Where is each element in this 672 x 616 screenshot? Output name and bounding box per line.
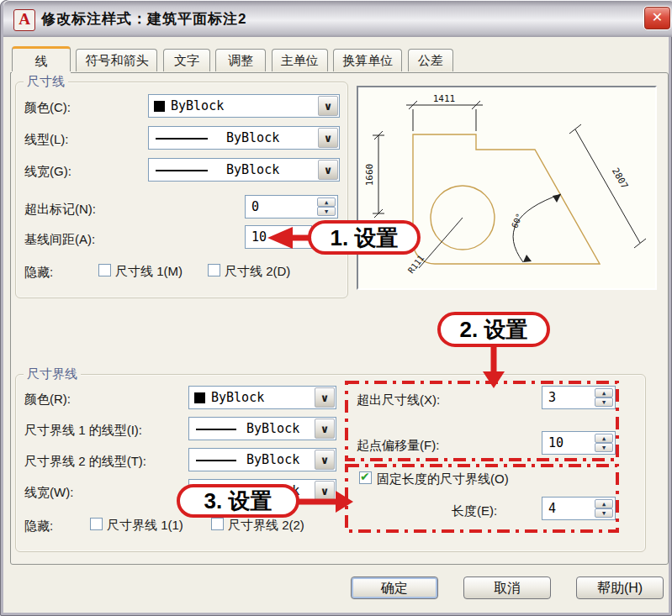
dropdown-arrow-icon[interactable]: ∨: [318, 128, 338, 148]
tab-strip: 线 符号和箭头 文字 调整 主单位 换算单位 公差: [12, 49, 455, 73]
group-title: 尺寸线: [24, 74, 68, 90]
autocad-logo-icon: A: [13, 9, 35, 31]
suppress-dim-line-1-checkbox[interactable]: [98, 264, 111, 276]
spinner[interactable]: ▲ ▼: [595, 388, 613, 407]
tab-alternate-units[interactable]: 换算单位: [333, 49, 402, 71]
extend-beyond-ticks-input[interactable]: 0 ▲ ▼: [245, 195, 338, 218]
extend-beyond-dim-lines-input[interactable]: 3 ▲ ▼: [542, 386, 616, 409]
fixed-length-ext-lines-checkbox[interactable]: ✔: [359, 471, 372, 484]
tab-primary-units[interactable]: 主单位: [272, 49, 328, 71]
color-swatch-black: [154, 101, 165, 112]
preview-shape-outline: [413, 134, 600, 264]
suppress-ext-line-1-checkbox[interactable]: [90, 518, 103, 530]
offset-from-origin-input[interactable]: 10 ▲ ▼: [542, 431, 616, 455]
callout-step-2: 2. 设置: [437, 312, 550, 347]
dim-style-preview: 1411 1660 2807 60° R111: [357, 86, 657, 290]
dropdown-arrow-icon[interactable]: ∨: [318, 96, 338, 116]
ext-line-color-combo[interactable]: ByBlock ∨: [188, 386, 336, 409]
dropdown-arrow-icon[interactable]: ∨: [315, 419, 335, 439]
suppress-dim-line-2-checkbox[interactable]: [208, 264, 220, 276]
ext-linetype1-label: 尺寸界线 1 的线型(I):: [24, 423, 142, 439]
help-button[interactable]: 帮助(H): [576, 577, 664, 599]
ext-color-label: 颜色(R):: [24, 392, 71, 408]
dropdown-arrow-icon[interactable]: ∨: [318, 160, 338, 180]
close-button[interactable]: ✕: [643, 6, 671, 30]
spin-up-icon: ▲: [595, 499, 613, 508]
suppress-label: 隐藏:: [24, 265, 53, 281]
tab-lines[interactable]: 线: [12, 46, 71, 71]
spin-up-icon: ▲: [317, 197, 336, 207]
ext-suppress-label: 隐藏:: [24, 519, 53, 534]
tab-symbols-arrows[interactable]: 符号和箭头: [76, 49, 157, 71]
linetype-label: 线型(L):: [24, 132, 69, 148]
callout-step-1: 1. 设置: [308, 220, 421, 255]
spin-up-icon: ▲: [595, 388, 613, 398]
tab-tolerances[interactable]: 公差: [408, 49, 453, 71]
lineweight-swatch: [156, 170, 208, 171]
fixed-length-ext-lines-label: 固定长度的尺寸界线(O): [377, 471, 509, 487]
ok-button[interactable]: 确定: [351, 577, 438, 599]
baseline-spacing-label: 基线间距(A):: [24, 232, 95, 248]
linetype-swatch: [196, 460, 236, 461]
title-bar[interactable]: A 修改标注样式：建筑平面标注2 ✕: [3, 0, 672, 37]
dim-line-color-combo[interactable]: ByBlock ∨: [148, 94, 340, 118]
length-input[interactable]: 4 ▲ ▼: [542, 497, 616, 520]
dialog-title: 修改标注样式：建筑平面标注2: [41, 9, 246, 29]
suppress-dim-line-2-label: 尺寸线 2(D): [225, 264, 290, 280]
dim-line-linetype-combo[interactable]: ByBlock ∨: [148, 126, 340, 150]
ext-line-2-linetype-combo[interactable]: ByBlock ∨: [188, 448, 336, 471]
checkmark-icon: ✔: [360, 470, 370, 483]
offset-from-origin-label: 起点偏移量(F):: [357, 438, 439, 454]
color-label: 颜色(C):: [24, 100, 71, 116]
spinner[interactable]: ▲ ▼: [595, 499, 613, 518]
spin-down-icon: ▼: [317, 207, 336, 216]
tab-text[interactable]: 文字: [163, 49, 210, 71]
group-title: 尺寸界线: [24, 366, 81, 382]
dropdown-arrow-icon[interactable]: ∨: [315, 387, 335, 408]
linetype-swatch: [196, 429, 236, 430]
cancel-button[interactable]: 取消: [463, 577, 551, 599]
suppress-ext-line-1-label: 尺寸界线 1(1): [107, 518, 183, 534]
baseline-spacing-input[interactable]: 10: [245, 225, 312, 249]
linetype-swatch: [156, 138, 208, 140]
dim-line-lineweight-combo[interactable]: ByBlock ∨: [148, 158, 340, 182]
spin-down-icon: ▼: [595, 398, 613, 407]
dropdown-arrow-icon[interactable]: ∨: [315, 481, 335, 501]
ext-lineweight-label: 线宽(W):: [24, 485, 73, 501]
suppress-ext-line-2-checkbox[interactable]: [211, 518, 224, 530]
suppress-dim-line-1-label: 尺寸线 1(M): [115, 264, 183, 280]
tab-fit[interactable]: 调整: [215, 49, 266, 71]
close-icon: ✕: [652, 10, 663, 24]
dim-text-left: 1660: [364, 164, 375, 187]
lineweight-label: 线宽(G):: [24, 164, 71, 180]
spin-down-icon: ▼: [595, 508, 613, 518]
spinner[interactable]: ▲ ▼: [317, 197, 336, 216]
dim-text-top: 1411: [433, 93, 456, 104]
modify-dim-style-dialog: A 修改标注样式：建筑平面标注2 ✕ 线 符号和箭头 文字 调整 主单位 换算单…: [0, 0, 672, 616]
spin-up-icon: ▲: [595, 434, 613, 443]
ext-line-1-linetype-combo[interactable]: ByBlock ∨: [188, 417, 336, 440]
dim-text-radius: R111: [406, 253, 426, 275]
dim-text-angle: 60°: [510, 212, 524, 229]
extend-beyond-dim-lines-label: 超出尺寸线(X):: [357, 392, 440, 408]
callout-step-3: 3. 设置: [177, 484, 299, 518]
preview-drawing: 1411 1660 2807 60° R111: [358, 87, 655, 288]
dim-text-diagonal: 2807: [610, 166, 631, 191]
extend-beyond-ticks-label: 超出标记(N):: [24, 202, 96, 218]
length-label: 长度(E):: [452, 503, 497, 519]
preview-arrowheads: [523, 194, 561, 262]
ext-linetype2-label: 尺寸界线 2 的线型(T):: [24, 454, 146, 470]
suppress-ext-line-2-label: 尺寸界线 2(2): [228, 518, 304, 534]
spin-down-icon: ▼: [595, 443, 613, 452]
spinner[interactable]: ▲ ▼: [595, 434, 613, 452]
dropdown-arrow-icon[interactable]: ∨: [315, 450, 335, 470]
color-swatch-black: [194, 392, 205, 403]
